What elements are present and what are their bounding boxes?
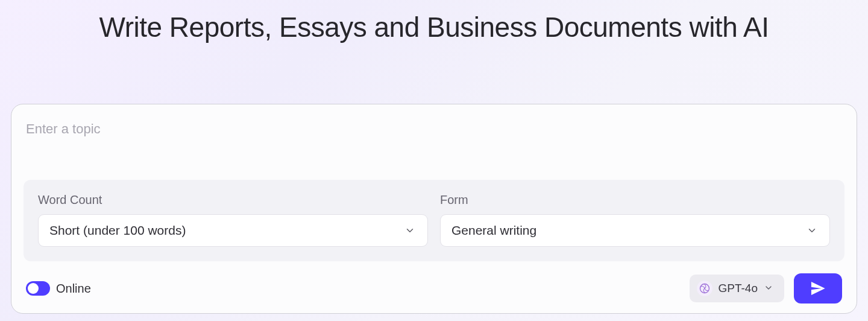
toggle-knob — [28, 283, 39, 294]
input-card: Word Count Short (under 100 words) Form … — [11, 104, 857, 314]
form-label: Form — [440, 193, 830, 207]
topic-input[interactable] — [24, 118, 844, 143]
chevron-down-icon — [404, 225, 415, 236]
right-controls: GPT-4o — [690, 273, 842, 304]
online-label: Online — [56, 282, 91, 296]
form-select[interactable]: General writing — [440, 214, 830, 247]
model-name: GPT-4o — [719, 282, 758, 295]
chevron-down-icon — [764, 283, 775, 294]
send-button[interactable] — [794, 273, 842, 304]
send-icon — [810, 280, 826, 297]
word-count-field: Word Count Short (under 100 words) — [38, 193, 428, 247]
word-count-value: Short (under 100 words) — [49, 223, 186, 238]
online-toggle-group: Online — [26, 281, 91, 296]
word-count-label: Word Count — [38, 193, 428, 207]
form-value: General writing — [451, 223, 536, 238]
footer-row: Online GPT-4o — [24, 273, 844, 304]
word-count-select[interactable]: Short (under 100 words) — [38, 214, 428, 247]
page-title: Write Reports, Essays and Business Docum… — [0, 0, 868, 43]
openai-icon — [697, 281, 712, 296]
options-row: Word Count Short (under 100 words) Form … — [24, 180, 844, 261]
online-toggle[interactable] — [26, 281, 50, 296]
form-field: Form General writing — [440, 193, 830, 247]
model-select[interactable]: GPT-4o — [690, 275, 784, 302]
chevron-down-icon — [807, 225, 817, 236]
